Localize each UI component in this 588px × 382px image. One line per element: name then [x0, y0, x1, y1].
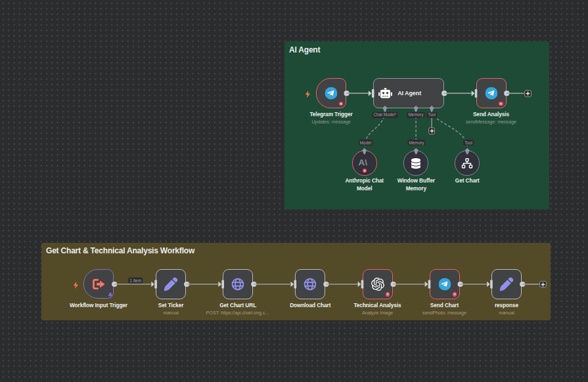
svg-text:A\: A\	[359, 159, 367, 167]
